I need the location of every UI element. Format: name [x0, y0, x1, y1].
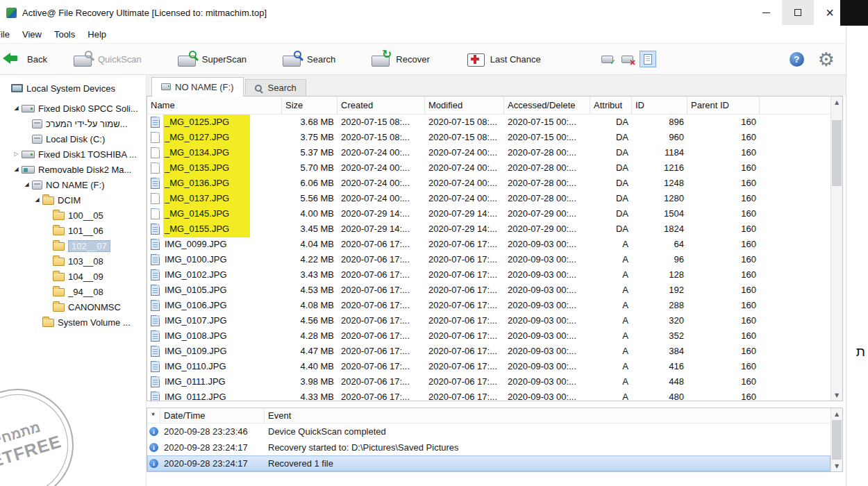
event-log-view-button[interactable]: [640, 51, 656, 67]
column-header-created[interactable]: Created: [337, 97, 425, 114]
column-header-modified[interactable]: Modified: [425, 97, 504, 114]
collapsed-arrow-icon[interactable]: ▷: [12, 146, 21, 162]
table-row[interactable]: IMG_0099.JPG4.04 MB2020-07-06 17:...2020…: [147, 237, 831, 252]
tree-item-system-volume[interactable]: System Volume ...: [0, 315, 146, 330]
cell-size: 4.53 MB: [282, 283, 337, 298]
log-row[interactable]: 2020-09-28 23:24:17Recovery started to: …: [147, 439, 831, 455]
log-row[interactable]: 2020-09-28 23:23:46Device QuickScan comp…: [147, 424, 831, 439]
log-scrollbar[interactable]: [831, 408, 842, 471]
cell-attr: A: [590, 359, 632, 374]
log-marker-cell: [147, 427, 160, 436]
menu-item-view[interactable]: View: [16, 26, 48, 42]
column-header-attr[interactable]: Attribut: [590, 97, 632, 114]
disk-image-bad-button[interactable]: [619, 51, 636, 67]
scroll-down-icon[interactable]: [831, 389, 842, 401]
tree-item-104-09[interactable]: 104__09: [0, 269, 146, 284]
menu-item-file[interactable]: File: [0, 26, 16, 42]
expanded-arrow-icon[interactable]: ◢: [33, 192, 42, 208]
settings-gear-icon[interactable]: [818, 50, 835, 69]
file-icon: [151, 392, 160, 401]
log-column-marker[interactable]: *: [147, 408, 160, 423]
table-row[interactable]: IMG_0111.JPG3.98 MB2020-07-06 17:...2020…: [147, 374, 831, 389]
file-icon: [151, 376, 160, 387]
column-header-name[interactable]: Name: [147, 97, 282, 114]
tree-item-canonmsc[interactable]: CANONMSC: [0, 299, 146, 315]
tree-item-103-08[interactable]: 103__08: [0, 253, 146, 269]
log-scrollbar-thumb[interactable]: [832, 420, 842, 460]
table-row[interactable]: IMG_0110.JPG4.40 MB2020-07-06 17:...2020…: [147, 359, 831, 374]
menu-item-tools[interactable]: Tools: [48, 26, 81, 42]
column-header-parent_id[interactable]: Parent ID: [687, 97, 760, 114]
table-row[interactable]: _MG_0127.JPG3.75 MB2020-07-15 08:...2020…: [147, 130, 831, 145]
menubar: FileViewToolsHelp: [0, 25, 846, 43]
scrollbar-track[interactable]: [831, 108, 842, 389]
table-row[interactable]: _MG_0134.JPG5.37 MB2020-07-24 00:...2020…: [147, 145, 831, 160]
table-row[interactable]: IMG_0105.JPG4.53 MB2020-07-06 17:...2020…: [147, 283, 831, 298]
table-row[interactable]: IMG_0109.JPG4.47 MB2020-07-06 17:...2020…: [147, 344, 831, 359]
table-row[interactable]: IMG_0102.JPG3.43 MB2020-07-06 17:...2020…: [147, 267, 831, 283]
expanded-arrow-icon[interactable]: ◢: [12, 162, 21, 177]
tree-item-94-08[interactable]: _94__08: [0, 284, 146, 299]
expanded-arrow-icon[interactable]: ◢: [12, 101, 21, 116]
log-scroll-up-icon[interactable]: [831, 408, 842, 419]
tree-item-hebrew-2[interactable]: שמור על-ידי המערכ...: [0, 116, 146, 131]
cell-name: IMG_0112.JPG: [147, 389, 282, 401]
log-column-event[interactable]: Event: [265, 408, 831, 423]
watermark-english-text: NETFREE: [0, 431, 64, 476]
table-row[interactable]: IMG_0106.JPG4.08 MB2020-07-06 17:...2020…: [147, 298, 831, 313]
minimize-button[interactable]: [750, 0, 782, 25]
tree-item-label: 101__06: [68, 226, 103, 236]
panel-splitter[interactable]: [147, 401, 846, 408]
table-row[interactable]: _MG_0136.JPG6.06 MB2020-07-24 00:...2020…: [147, 176, 831, 191]
tab-label: Search: [268, 83, 297, 93]
log-header: *Date/TimeEvent: [147, 408, 831, 424]
scrollbar-thumb[interactable]: [832, 120, 842, 186]
maximize-button[interactable]: [782, 0, 814, 25]
expanded-arrow-icon[interactable]: ◢: [22, 177, 31, 192]
tree-item-fixed-disk1-toshiba[interactable]: ▷Fixed Disk1 TOSHIBA ...: [0, 146, 146, 162]
file-name: IMG_0112.JPG: [163, 389, 228, 401]
table-row[interactable]: IMG_0112.JPG4.33 MB2020-07-06 17:...2020…: [147, 389, 831, 401]
column-header-size[interactable]: Size: [282, 97, 337, 114]
disk-image-ok-button[interactable]: [599, 51, 616, 67]
column-header-filler: [760, 97, 831, 114]
toolbar-button-last-chance[interactable]: Last Chance: [460, 48, 546, 70]
log-column-datetime[interactable]: Date/Time: [160, 408, 265, 423]
toolbar-button-search[interactable]: Search: [277, 48, 341, 70]
screen: Active@ File Recovery Ultimate [Licensed…: [0, 0, 868, 486]
menu-item-help[interactable]: Help: [81, 26, 112, 42]
file-list-scrollbar[interactable]: [831, 97, 842, 401]
table-row[interactable]: IMG_0107.JPG4.56 MB2020-07-06 17:...2020…: [147, 313, 831, 328]
log-scroll-down-icon[interactable]: [831, 460, 842, 471]
tree-item-local-system-devices[interactable]: Local System Devices: [0, 81, 146, 96]
tree-item-fixed-disk0-spcc-soli[interactable]: ◢Fixed Disk0 SPCC Soli...: [0, 101, 146, 116]
table-row[interactable]: IMG_0108.JPG4.28 MB2020-07-06 17:...2020…: [147, 328, 831, 344]
toolbar-button-recover[interactable]: Recover: [366, 48, 435, 70]
tree-item-101-06[interactable]: 101__06: [0, 223, 146, 238]
toolbar-button-back[interactable]: Back: [0, 48, 53, 70]
table-row[interactable]: _MG_0125.JPG3.68 MB2020-07-15 08:...2020…: [147, 115, 831, 130]
tab-search[interactable]: Search: [245, 79, 306, 96]
cell-accessed: 2020-09-03 00:...: [504, 389, 590, 401]
table-row[interactable]: _MG_0145.JPG4.00 MB2020-07-29 14:...2020…: [147, 206, 831, 221]
table-row[interactable]: _MG_0155.JPG3.45 MB2020-07-29 14:...2020…: [147, 221, 831, 237]
tree-item-local-disk-c[interactable]: Local Disk (C:): [0, 131, 146, 146]
tab-no-name-f[interactable]: NO NAME (F:): [151, 77, 244, 97]
cell-attr: DA: [590, 176, 632, 191]
cell-accessed: 2020-07-15 00:...: [504, 130, 590, 145]
log-scrollbar-track[interactable]: [831, 419, 842, 460]
column-header-id[interactable]: ID: [632, 97, 687, 114]
column-header-accessed[interactable]: Accessed/Delete: [504, 97, 590, 114]
table-row[interactable]: _MG_0135.JPG5.70 MB2020-07-24 00:...2020…: [147, 160, 831, 176]
table-row[interactable]: IMG_0100.JPG4.22 MB2020-07-06 17:...2020…: [147, 252, 831, 267]
toolbar-button-superscan[interactable]: SuperScan: [172, 48, 252, 70]
log-row[interactable]: 2020-09-28 23:24:17Recovered 1 file: [147, 455, 831, 471]
tree-item-102-07[interactable]: 102__07: [0, 238, 146, 253]
tree-item-dcim[interactable]: ◢DCIM: [0, 192, 146, 208]
table-row[interactable]: _MG_0137.JPG5.56 MB2020-07-24 00:...2020…: [147, 191, 831, 206]
tree-item-removable-disk2-ma[interactable]: ◢Removable Disk2 Ma...: [0, 162, 146, 177]
help-icon[interactable]: [790, 52, 804, 67]
tree-item-no-name-f[interactable]: ◢NO NAME (F:): [0, 177, 146, 192]
scroll-up-icon[interactable]: [831, 97, 842, 108]
tree-item-100-05[interactable]: 100__05: [0, 208, 146, 223]
